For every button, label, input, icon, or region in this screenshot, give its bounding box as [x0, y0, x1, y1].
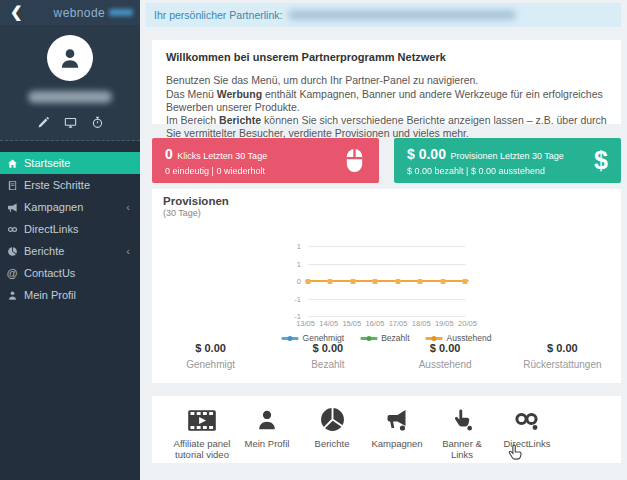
commissions-value: $ 0.00: [407, 146, 446, 162]
sidebar-item-contactus[interactable]: @ ContactUs: [0, 262, 140, 284]
y-tick: 1: [283, 260, 301, 269]
sidebar-item-startseite[interactable]: Startseite: [0, 152, 140, 174]
bullhorn-icon: [6, 202, 18, 213]
sidebar-item-directlinks[interactable]: DirectLinks: [0, 218, 140, 240]
sidebar-item-label: Kampagnen: [24, 201, 83, 213]
commissions-label: Provisionen Letzten 30 Tage: [450, 151, 563, 161]
sidebar-item-label: Startseite: [24, 157, 70, 169]
user-icon: [57, 45, 83, 71]
sidebar-item-label: DirectLinks: [24, 223, 78, 235]
sidebar-menu: Startseite Erste Schritte Kampagnen ‹ Di…: [0, 141, 140, 306]
edit-pencil-icon[interactable]: [37, 116, 50, 129]
legend-marker-green: [360, 337, 377, 340]
stat-cards-row: 0 Klicks Letzten 30 Tage 0 eindeutig | 0…: [152, 138, 621, 183]
profile-actions: [0, 116, 140, 129]
welcome-line-2: Das Menü Werbung enthält Kampagnen, Bann…: [166, 88, 607, 115]
logo-suffix-blurred: [109, 9, 133, 16]
chevron-left-icon: ‹: [126, 246, 130, 257]
sidebar-item-label: ContactUs: [24, 267, 75, 279]
chart-line-ausstehend: [305, 278, 468, 285]
shortcuts-card: Affiliate panel tutorial video Mein Prof…: [152, 396, 621, 463]
hand-pointer-icon: [430, 406, 494, 432]
shortcut-directlinks[interactable]: DirectLinks: [495, 406, 559, 449]
username-blurred: [28, 91, 112, 103]
shortcut-berichte[interactable]: Berichte: [300, 406, 364, 449]
chain-links-icon: [6, 224, 18, 235]
commissions-stat-card: $ 0.00 Provisionen Letzten 30 Tage $ 0.0…: [394, 138, 621, 183]
sidebar-header: ❮ webnode: [0, 0, 140, 25]
chart-summary-row: $ 0.00 Genehmigt $ 0.00 Bezahlt $ 0.00 A…: [152, 342, 621, 370]
logo-text: webnode: [54, 6, 106, 20]
clicks-value: 0: [165, 146, 173, 162]
sidebar: ❮ webnode St: [0, 0, 140, 480]
clicks-stat-card: 0 Klicks Letzten 30 Tage 0 eindeutig | 0…: [152, 138, 379, 183]
x-axis-labels: 13/0514/05 15/0516/05 17/0518/05 19/0520…: [294, 319, 479, 328]
welcome-line-1: Benutzen Sie das Menü, um durch Ihr Part…: [166, 74, 607, 87]
welcome-title: Willkommen bei unserem Partnerprogramm N…: [166, 51, 607, 64]
pie-chart-icon: [300, 406, 364, 432]
sidebar-item-mein-profil[interactable]: Mein Profil: [0, 284, 140, 306]
sidebar-item-label: Erste Schritte: [24, 179, 90, 191]
sidebar-item-label: Berichte: [24, 245, 64, 257]
monitor-icon[interactable]: [64, 116, 77, 129]
shortcut-mein-profil[interactable]: Mein Profil: [235, 406, 299, 449]
legend-marker-orange: [426, 337, 443, 340]
summary-bezahlt: $ 0.00 Bezahlt: [269, 342, 386, 370]
main-content: Ihr persönlicher Partnerlink: Willkommen…: [140, 0, 627, 480]
chart-subtitle: (30 Tage): [163, 208, 201, 218]
clicks-label: Klicks Letzten 30 Tage: [177, 151, 267, 161]
partner-link-bar: Ihr persönlicher Partnerlink:: [146, 3, 621, 27]
chain-links-icon: [495, 406, 559, 432]
user-icon: [6, 290, 18, 301]
summary-genehmigt: $ 0.00 Genehmigt: [152, 342, 269, 370]
clicks-sub: 0 eindeutig | 0 wiederholt: [165, 166, 343, 176]
logo: webnode: [54, 6, 134, 20]
partner-link-label: Ihr persönlicher Partnerlink:: [154, 9, 282, 21]
shortcut-tutorial-video[interactable]: Affiliate panel tutorial video: [170, 406, 234, 460]
profile-section: [0, 25, 140, 141]
dollar-icon: $: [594, 148, 608, 173]
welcome-card: Willkommen bei unserem Partnerprogramm N…: [152, 40, 621, 124]
collapse-sidebar-icon[interactable]: ❮: [0, 4, 32, 21]
pie-chart-icon: [6, 246, 18, 257]
book-icon: [6, 180, 18, 191]
y-tick: 1: [283, 242, 301, 251]
y-tick: 0: [283, 277, 301, 286]
bullhorn-icon: [365, 406, 429, 432]
chevron-left-icon: ‹: [126, 202, 130, 213]
user-icon: [235, 406, 299, 432]
home-icon: [6, 158, 18, 169]
sidebar-item-label: Mein Profil: [24, 289, 76, 301]
sidebar-item-kampagnen[interactable]: Kampagnen ‹: [0, 196, 140, 218]
sidebar-item-erste-schritte[interactable]: Erste Schritte: [0, 174, 140, 196]
shortcut-kampagnen[interactable]: Kampagnen: [365, 406, 429, 449]
sidebar-item-berichte[interactable]: Berichte ‹: [0, 240, 140, 262]
avatar: [47, 35, 93, 81]
y-tick: -1: [283, 295, 301, 304]
at-sign-icon: @: [6, 267, 18, 279]
partner-link-blurred[interactable]: [288, 10, 516, 20]
legend-marker-blue: [282, 337, 299, 340]
chart-plot: 1 1 0 -1 -1 13/0514/05 15/0516/05 17/051…: [308, 246, 465, 316]
stopwatch-icon[interactable]: [91, 116, 104, 129]
chart-title: Provisionen: [163, 195, 229, 207]
summary-rueckerstattungen: $ 0.00 Rückerstattungen: [504, 342, 621, 370]
commissions-chart-card: Provisionen (30 Tage) 1 1 0 -1 -1 13/051…: [152, 189, 621, 383]
shortcut-banner-links[interactable]: Banner & Links: [430, 406, 494, 460]
welcome-line-3: Im Bereich Berichte können Sie sich vers…: [166, 114, 607, 141]
commissions-sub: $ 0.00 bezahlt | $ 0.00 ausstehend: [407, 166, 594, 176]
mouse-icon: [343, 147, 366, 174]
film-icon: [170, 406, 234, 432]
summary-ausstehend: $ 0.00 Ausstehend: [387, 342, 504, 370]
